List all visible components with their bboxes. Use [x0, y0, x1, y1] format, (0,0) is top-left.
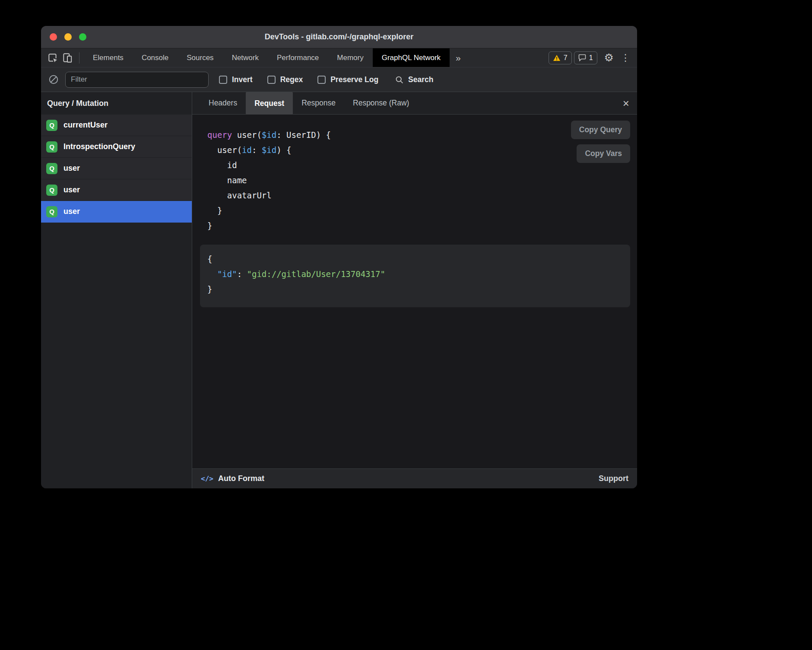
- query-list: QcurrentUserQIntrospectionQueryQuserQuse…: [41, 115, 192, 223]
- status-badges: 7 1: [549, 51, 597, 64]
- code-format-icon[interactable]: </>: [201, 475, 213, 483]
- device-toolbar-icon[interactable]: [60, 51, 75, 64]
- invert-checkbox-box[interactable]: [219, 76, 227, 84]
- tab-sources[interactable]: Sources: [178, 48, 222, 67]
- query-name: IntrospectionQuery: [63, 142, 135, 151]
- tab-console[interactable]: Console: [133, 48, 178, 67]
- traffic-lights: [50, 26, 86, 48]
- preserve-log-checkbox-box[interactable]: [317, 76, 326, 84]
- query-type-badge: Q: [46, 185, 57, 196]
- detail-tab-request[interactable]: Request: [246, 92, 293, 115]
- filter-checkboxes: InvertRegexPreserve Log: [219, 75, 378, 84]
- query-list-item[interactable]: Quser: [41, 158, 192, 179]
- preserve-log-checkbox-label: Preserve Log: [330, 75, 378, 84]
- query-list-item[interactable]: QcurrentUser: [41, 115, 192, 136]
- message-bubble-icon: [578, 54, 586, 61]
- regex-checkbox-box[interactable]: [267, 76, 276, 84]
- tab-elements[interactable]: Elements: [84, 48, 133, 67]
- warning-count: 7: [564, 54, 568, 62]
- detail-tab-response-raw[interactable]: Response (Raw): [344, 92, 418, 114]
- request-content: Copy Query Copy Vars query user($id: Use…: [192, 115, 637, 468]
- copy-vars-button[interactable]: Copy Vars: [577, 144, 630, 163]
- graphql-variables-code: { "id": "gid://gitlab/User/13704317" }: [200, 245, 630, 307]
- search-icon: [395, 75, 404, 84]
- query-list-item[interactable]: Quser: [41, 179, 192, 201]
- search-button[interactable]: Search: [395, 75, 433, 84]
- detail-tab-headers[interactable]: Headers: [200, 92, 246, 114]
- titlebar: DevTools - gitlab.com/-/graphql-explorer: [41, 26, 637, 48]
- query-type-badge: Q: [46, 141, 57, 153]
- regex-checkbox-label: Regex: [280, 75, 303, 84]
- copy-buttons: Copy Query Copy Vars: [571, 121, 630, 163]
- tab-performance[interactable]: Performance: [268, 48, 328, 67]
- support-link[interactable]: Support: [599, 474, 628, 483]
- toolbar-divider: [79, 52, 79, 64]
- clear-requests-icon[interactable]: [47, 73, 60, 86]
- query-type-badge: Q: [46, 120, 57, 131]
- issues-count: 1: [589, 54, 593, 62]
- query-name: user: [63, 207, 80, 216]
- warnings-badge[interactable]: 7: [549, 51, 572, 64]
- detail-footer: </> Auto Format Support: [192, 468, 637, 488]
- issues-badge[interactable]: 1: [574, 51, 597, 64]
- zoom-window-button[interactable]: [79, 33, 86, 41]
- sidebar-header: Query / Mutation: [41, 92, 192, 115]
- close-window-button[interactable]: [50, 33, 57, 41]
- panel-tabs: ElementsConsoleSourcesNetworkPerformance…: [84, 48, 450, 67]
- window-title: DevTools - gitlab.com/-/graphql-explorer: [265, 32, 414, 41]
- copy-query-button[interactable]: Copy Query: [571, 121, 630, 139]
- tab-graphql-network[interactable]: GraphQL Network: [373, 48, 450, 67]
- search-label: Search: [408, 75, 433, 84]
- detail-tabs: HeadersRequestResponseResponse (Raw): [200, 92, 418, 114]
- kebab-menu-icon[interactable]: ⋮: [621, 53, 630, 63]
- minimize-window-button[interactable]: [64, 33, 72, 41]
- main-area: Query / Mutation QcurrentUserQIntrospect…: [41, 92, 637, 488]
- more-tabs-button[interactable]: »: [450, 53, 467, 63]
- filter-bar: InvertRegexPreserve Log Search: [41, 67, 637, 92]
- warning-triangle-icon: [553, 54, 561, 61]
- query-name: currentUser: [63, 121, 108, 130]
- detail-tab-bar: HeadersRequestResponseResponse (Raw) ×: [192, 92, 637, 115]
- invert-checkbox[interactable]: Invert: [219, 75, 253, 84]
- tab-network[interactable]: Network: [223, 48, 268, 67]
- query-sidebar: Query / Mutation QcurrentUserQIntrospect…: [41, 92, 192, 488]
- detail-panel: HeadersRequestResponseResponse (Raw) × C…: [192, 92, 637, 488]
- main-toolbar: ElementsConsoleSourcesNetworkPerformance…: [41, 48, 637, 67]
- query-list-item[interactable]: Quser: [41, 201, 192, 223]
- preserve-log-checkbox[interactable]: Preserve Log: [317, 75, 378, 84]
- regex-checkbox[interactable]: Regex: [267, 75, 303, 84]
- query-type-badge: Q: [46, 206, 57, 217]
- query-name: user: [63, 164, 80, 173]
- query-list-item[interactable]: QIntrospectionQuery: [41, 136, 192, 158]
- toolbar-right: 7 1 ⚙ ⋮: [549, 51, 637, 64]
- settings-gear-icon[interactable]: ⚙: [604, 52, 614, 63]
- auto-format-label[interactable]: Auto Format: [218, 474, 264, 483]
- invert-checkbox-label: Invert: [232, 75, 253, 84]
- close-panel-icon[interactable]: ×: [623, 98, 629, 109]
- query-type-badge: Q: [46, 163, 57, 174]
- inspect-element-icon[interactable]: [45, 51, 60, 64]
- detail-tab-response[interactable]: Response: [293, 92, 344, 114]
- query-name: user: [63, 185, 80, 194]
- tab-memory[interactable]: Memory: [328, 48, 372, 67]
- devtools-window: DevTools - gitlab.com/-/graphql-explorer…: [41, 26, 637, 488]
- filter-input[interactable]: [65, 72, 209, 88]
